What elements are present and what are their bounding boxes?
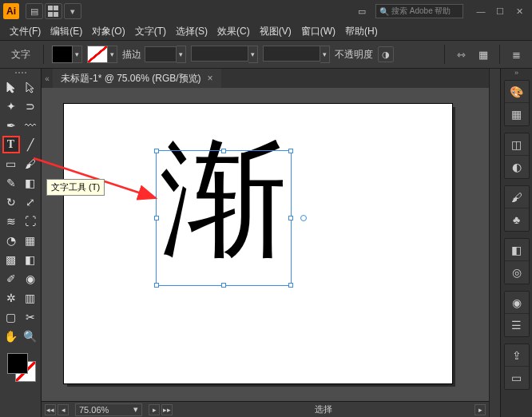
chevron-down-icon[interactable]: ▾ bbox=[320, 46, 330, 63]
control-menu-icon[interactable]: ≣ bbox=[506, 45, 526, 64]
paintbrush-tool[interactable]: 🖌 bbox=[22, 155, 39, 173]
canvas[interactable]: 渐 bbox=[42, 88, 489, 401]
rotate-tool[interactable]: ↻ bbox=[2, 193, 20, 211]
symbol-sprayer-tool[interactable]: ✲ bbox=[2, 289, 20, 307]
type-tool[interactable]: T bbox=[2, 136, 20, 153]
resize-handle-tl[interactable] bbox=[154, 149, 159, 153]
shaper-tool[interactable]: ✎ bbox=[2, 174, 20, 192]
gradient-tool[interactable]: ◧ bbox=[22, 251, 39, 268]
eyedropper-tool[interactable]: ✐ bbox=[2, 270, 20, 288]
fill-color[interactable] bbox=[7, 353, 28, 374]
stroke-panel-icon[interactable]: ◫ bbox=[505, 133, 529, 156]
panel-handle[interactable] bbox=[5, 72, 37, 77]
brush-definition-drop[interactable] bbox=[191, 46, 248, 62]
selection-tool[interactable] bbox=[2, 78, 20, 96]
hand-tool[interactable]: ✋ bbox=[2, 328, 20, 345]
stroke-swatch-group[interactable]: ▾ bbox=[87, 46, 117, 63]
menu-help[interactable]: 帮助(H) bbox=[340, 25, 383, 38]
blend-tool[interactable]: ◉ bbox=[22, 270, 39, 288]
appearance-panel-icon[interactable]: ◉ bbox=[505, 292, 529, 314]
menu-file[interactable]: 文件(F) bbox=[5, 25, 46, 38]
eraser-tool[interactable]: ◧ bbox=[22, 174, 39, 192]
close-button[interactable]: ✕ bbox=[510, 4, 529, 18]
direct-selection-tool[interactable] bbox=[22, 78, 39, 96]
layers-panel-icon[interactable]: ☰ bbox=[505, 314, 529, 336]
chevron-down-icon[interactable]: ▾ bbox=[108, 46, 117, 63]
menu-select[interactable]: 选择(S) bbox=[171, 25, 212, 38]
resize-handle-br[interactable] bbox=[288, 283, 293, 288]
resize-handle-bl[interactable] bbox=[154, 283, 159, 288]
curvature-tool[interactable]: 〰 bbox=[22, 117, 39, 134]
resize-handle-t[interactable] bbox=[221, 149, 226, 153]
swatches-panel-icon[interactable]: ▦ bbox=[505, 103, 529, 125]
screen-mode-icon[interactable]: ▭ bbox=[353, 3, 371, 19]
vertical-scrollbar[interactable] bbox=[489, 69, 500, 417]
chevron-down-icon[interactable]: ▾ bbox=[73, 46, 82, 63]
menu-object[interactable]: 对象(O) bbox=[87, 25, 129, 38]
resize-handle-b[interactable] bbox=[221, 283, 226, 288]
resize-handle-l[interactable] bbox=[154, 216, 159, 220]
stroke-weight-input[interactable] bbox=[145, 46, 177, 62]
opacity-label[interactable]: 不透明度 bbox=[335, 48, 373, 62]
selection-bounding-box[interactable] bbox=[156, 150, 292, 286]
menu-view[interactable]: 视图(V) bbox=[255, 25, 296, 38]
arrange-docs-icon[interactable] bbox=[45, 3, 62, 19]
line-segment-tool[interactable]: ╱ bbox=[22, 136, 39, 153]
column-graph-tool[interactable]: ▥ bbox=[22, 289, 39, 307]
zoom-level-input[interactable]: 75.06%▾ bbox=[75, 403, 142, 416]
panel-collapse-icon[interactable]: « bbox=[42, 74, 53, 83]
artboard-tool[interactable]: ▢ bbox=[2, 308, 20, 326]
rectangle-tool[interactable]: ▭ bbox=[2, 155, 20, 173]
chevron-down-icon[interactable]: ▾ bbox=[177, 46, 186, 63]
lasso-tool[interactable]: ⊃ bbox=[22, 97, 39, 115]
pen-tool[interactable]: ✒ bbox=[2, 117, 20, 134]
last-artboard-button[interactable]: ▸▸ bbox=[161, 404, 173, 415]
maximize-button[interactable]: ☐ bbox=[490, 4, 510, 18]
free-transform-tool[interactable]: ⛶ bbox=[22, 212, 39, 230]
minimize-button[interactable]: — bbox=[471, 4, 490, 18]
magic-wand-tool[interactable]: ✦ bbox=[2, 97, 20, 115]
prev-artboard-button[interactable]: ◂ bbox=[58, 404, 69, 415]
zoom-tool[interactable]: 🔍 bbox=[22, 328, 39, 345]
chevron-down-icon[interactable]: ▾ bbox=[248, 46, 258, 63]
menu-window[interactable]: 窗口(W) bbox=[296, 25, 340, 38]
shape-builder-tool[interactable]: ◔ bbox=[2, 232, 20, 249]
bridge-icon[interactable]: ▤ bbox=[26, 3, 43, 19]
control-bar: 文字 ▾ ▾ 描边 ▾ ▾ ▾ 不透明度 ◑ ⇿ ▦ ≣ bbox=[0, 40, 532, 69]
stroke-swatch[interactable] bbox=[87, 46, 108, 63]
asset-export-panel-icon[interactable]: ⇪ bbox=[505, 344, 529, 367]
symbols-panel-icon[interactable]: ♣ bbox=[505, 208, 529, 231]
perspective-grid-tool[interactable]: ▦ bbox=[22, 232, 39, 249]
align-panel-icon[interactable]: ⇿ bbox=[451, 45, 470, 64]
menu-edit[interactable]: 编辑(E) bbox=[46, 25, 87, 38]
menu-effect[interactable]: 效果(C) bbox=[212, 25, 255, 38]
next-artboard-button[interactable]: ▸ bbox=[149, 404, 160, 415]
fill-swatch[interactable] bbox=[52, 46, 73, 63]
transparency-panel-icon[interactable]: ◧ bbox=[505, 239, 529, 261]
gradient-panel-icon[interactable]: ◐ bbox=[505, 156, 529, 178]
scale-tool[interactable]: ⤢ bbox=[22, 193, 39, 211]
menu-type[interactable]: 文字(T) bbox=[130, 25, 171, 38]
color-panel-icon[interactable]: 🎨 bbox=[505, 81, 529, 103]
panel-expand-icon[interactable]: » bbox=[501, 69, 532, 77]
brushes-panel-icon[interactable]: 🖌 bbox=[505, 186, 529, 208]
mesh-tool[interactable]: ▩ bbox=[2, 251, 20, 268]
first-artboard-button[interactable]: ◂◂ bbox=[45, 404, 56, 415]
graphic-styles-panel-icon[interactable]: ◎ bbox=[505, 261, 529, 284]
fill-swatch-group[interactable]: ▾ bbox=[52, 46, 82, 63]
transform-panel-icon[interactable]: ▦ bbox=[474, 45, 493, 64]
text-out-port[interactable] bbox=[300, 215, 307, 221]
recolor-icon[interactable]: ◑ bbox=[378, 46, 394, 62]
close-icon[interactable]: × bbox=[208, 73, 213, 84]
fill-stroke-indicator[interactable] bbox=[6, 351, 36, 382]
document-tab[interactable]: 未标题-1* @ 75.06% (RGB/预览) × bbox=[53, 69, 221, 88]
status-menu-button[interactable]: ▸ bbox=[474, 404, 486, 415]
resize-handle-tr[interactable] bbox=[288, 149, 293, 153]
slice-tool[interactable]: ✂ bbox=[22, 308, 39, 326]
style-drop[interactable] bbox=[263, 46, 320, 62]
help-search-input[interactable]: 🔍 搜索 Adobe 帮助 bbox=[375, 4, 463, 18]
width-tool[interactable]: ≋ bbox=[2, 212, 20, 230]
resize-handle-r[interactable] bbox=[288, 216, 293, 220]
artboards-panel-icon[interactable]: ▭ bbox=[505, 367, 529, 389]
arrange-drop-icon[interactable]: ▾ bbox=[64, 3, 81, 19]
